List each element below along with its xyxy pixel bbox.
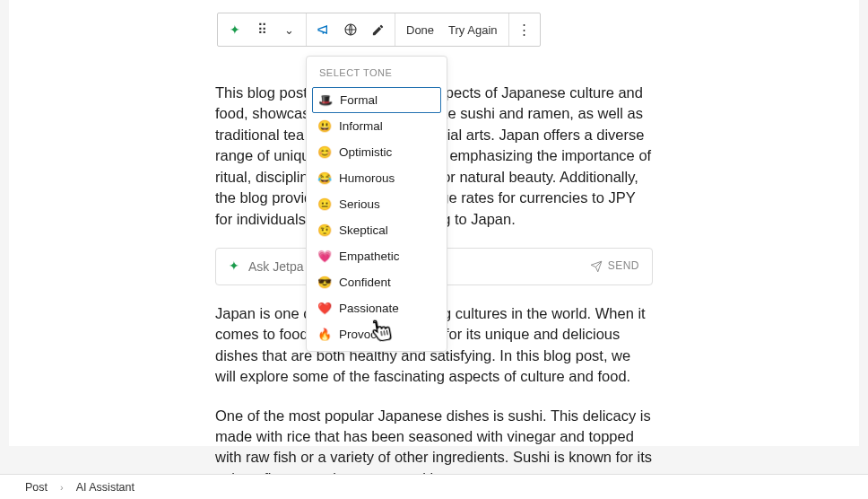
block-toolbar: ✦ ⠿ ⌄ Done Try Again ⋮ bbox=[217, 13, 541, 47]
send-label: SEND bbox=[608, 258, 639, 274]
tone-option-optimistic[interactable]: 😊 Optimistic bbox=[307, 139, 447, 165]
try-again-button[interactable]: Try Again bbox=[441, 13, 504, 46]
edit-pencil-icon[interactable] bbox=[364, 16, 391, 43]
raised-eyebrow-icon: 🤨 bbox=[317, 223, 332, 237]
globe-icon[interactable] bbox=[337, 16, 364, 43]
sunglasses-icon: 😎 bbox=[317, 276, 332, 289]
dropdown-header: SELECT TONE bbox=[307, 57, 447, 87]
tone-option-empathetic[interactable]: 💗 Empathetic bbox=[307, 243, 447, 269]
announce-icon[interactable] bbox=[310, 16, 337, 43]
tone-label: Confident bbox=[339, 276, 391, 289]
tone-dropdown: SELECT TONE 🎩 Formal 😃 Informal 😊 Optimi… bbox=[306, 56, 447, 352]
tone-label: Informal bbox=[339, 119, 383, 133]
laugh-icon: 😂 bbox=[317, 171, 332, 185]
chevron-right-icon: › bbox=[60, 482, 64, 493]
tone-label: Formal bbox=[340, 93, 378, 107]
tone-option-formal[interactable]: 🎩 Formal bbox=[312, 87, 441, 113]
tone-option-humorous[interactable]: 😂 Humorous bbox=[307, 165, 447, 191]
tone-label: Skeptical bbox=[339, 223, 388, 237]
cursor-pointer-icon bbox=[363, 313, 398, 348]
tone-label: Passionate bbox=[339, 302, 399, 315]
tone-label: Humorous bbox=[339, 171, 395, 185]
tone-option-skeptical[interactable]: 🤨 Skeptical bbox=[307, 217, 447, 243]
breadcrumb-leaf[interactable]: AI Assistant bbox=[76, 481, 135, 494]
breadcrumb-root[interactable]: Post bbox=[25, 481, 48, 494]
ai-sparkle-icon[interactable]: ✦ bbox=[221, 16, 248, 43]
tone-label: Serious bbox=[339, 197, 380, 211]
neutral-icon: 😐 bbox=[317, 197, 332, 211]
fire-icon: 🔥 bbox=[317, 328, 332, 341]
chevron-updown-icon[interactable]: ⌄ bbox=[275, 16, 302, 43]
breadcrumb: Post › AI Assistant bbox=[0, 474, 868, 499]
tone-option-confident[interactable]: 😎 Confident bbox=[307, 269, 447, 295]
ai-sparkle-icon: ✦ bbox=[229, 258, 239, 276]
tophat-icon: 🎩 bbox=[318, 93, 333, 107]
editor-area: ✦ ⠿ ⌄ Done Try Again ⋮ This blog post hi… bbox=[9, 0, 859, 446]
send-icon bbox=[590, 260, 603, 273]
tone-label: Empathetic bbox=[339, 250, 400, 263]
tone-option-informal[interactable]: 😃 Informal bbox=[307, 113, 447, 139]
smile-icon: 😊 bbox=[317, 145, 332, 159]
tone-option-serious[interactable]: 😐 Serious bbox=[307, 191, 447, 217]
more-options-icon[interactable]: ⋮ bbox=[509, 16, 540, 43]
done-button[interactable]: Done bbox=[399, 13, 441, 46]
red-heart-icon: ❤️ bbox=[317, 302, 332, 315]
tone-label: Optimistic bbox=[339, 145, 392, 159]
heart-icon: 💗 bbox=[317, 250, 332, 263]
drag-handle-icon[interactable]: ⠿ bbox=[248, 16, 275, 43]
smile-icon: 😃 bbox=[317, 119, 332, 133]
send-button[interactable]: SEND bbox=[590, 258, 639, 274]
